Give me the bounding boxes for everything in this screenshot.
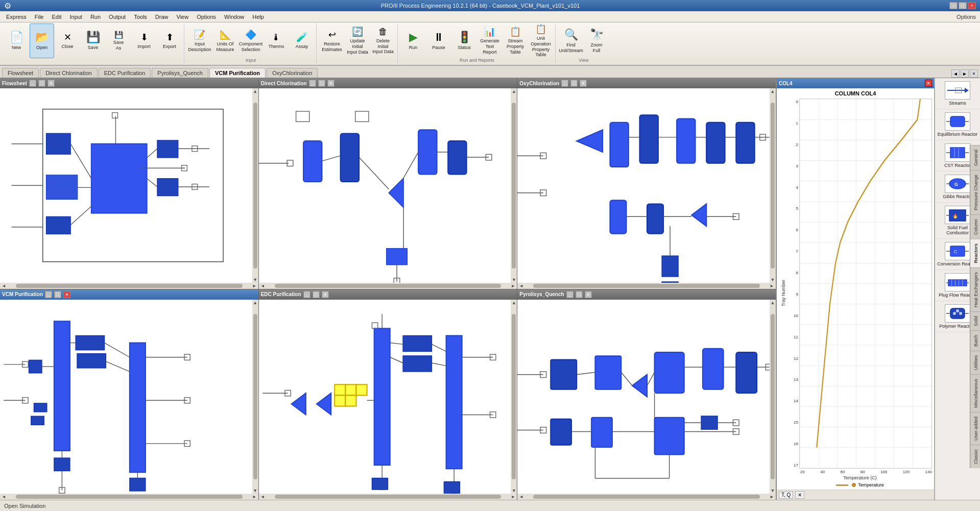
vtab-reactors[interactable]: Reactors (970, 239, 980, 267)
vtab-classic[interactable]: Classic (970, 445, 980, 468)
flowsheet-scrollbar-v[interactable]: ▲ ▼ (252, 88, 258, 283)
tab-oxy-chlorination[interactable]: OxyChlorination (267, 68, 318, 78)
menu-draw[interactable]: Draw (151, 13, 173, 21)
minimize-button[interactable]: − (949, 2, 958, 9)
unit-operation-button[interactable]: 📋 Unit OperationProperty Table (529, 23, 553, 58)
generate-report-button[interactable]: 📊 GenerateText Report (477, 23, 502, 58)
menu-output[interactable]: Output (105, 13, 130, 21)
si-streams[interactable]: Streams (935, 78, 980, 109)
delete-initial-button[interactable]: 🗑 Delete InitialInput Data (371, 23, 395, 58)
col4-toolbar-close[interactable]: ✕ (795, 491, 804, 499)
pause-button[interactable]: ⏸ Pause (426, 23, 451, 58)
vcm-minimize-btn[interactable]: _ (45, 291, 52, 298)
update-initial-button[interactable]: 🔄 Update InitialInput Data (345, 23, 370, 58)
edc-scrollbar-v[interactable]: ▲ ▼ (511, 300, 517, 494)
units-of-measure-button[interactable]: 📐 Units OfMeasure (213, 23, 237, 58)
menu-view[interactable]: View (173, 13, 193, 21)
vtab-heat-exchangers[interactable]: Heat Exchangers (970, 267, 980, 311)
svg-rect-78 (54, 321, 70, 451)
tab-nav-right[interactable]: ► (961, 69, 969, 78)
menu-help[interactable]: Help (248, 13, 268, 21)
oxy-restore-btn[interactable]: □ (570, 80, 578, 87)
dc-close-btn[interactable]: × (327, 80, 334, 87)
edc-restore-btn[interactable]: □ (313, 291, 320, 298)
vtab-utilities[interactable]: Utilities (970, 351, 980, 374)
flowsheet-restore-btn[interactable]: □ (38, 80, 45, 87)
scroll-down-arrow[interactable]: ▼ (251, 277, 258, 283)
tq-button[interactable]: T, Q (779, 491, 793, 499)
export-button[interactable]: ⬆ Export (157, 23, 182, 58)
maximize-button[interactable]: □ (959, 2, 967, 9)
assay-button[interactable]: 🧪 Assay (290, 23, 314, 58)
edc-close-btn[interactable]: × (322, 291, 329, 298)
menu-file[interactable]: File (31, 13, 48, 21)
pq-scrollbar-v[interactable]: ▲ ▼ (770, 300, 776, 494)
scroll-thumb-v[interactable] (253, 103, 257, 269)
vtab-pressure-change[interactable]: Pressure Change (970, 170, 980, 214)
run-button[interactable]: ▶ Run (401, 23, 425, 58)
vtab-miscellaneous[interactable]: Miscellaneous (970, 374, 980, 412)
tab-flowsheet[interactable]: Flowsheet (2, 68, 39, 78)
vtab-batch[interactable]: Batch (970, 330, 980, 351)
menu-window[interactable]: Window (220, 13, 248, 21)
oxy-close-btn[interactable]: × (580, 80, 587, 87)
dc-scrollbar-h[interactable]: ◄ ► (259, 283, 517, 289)
vtab-solid[interactable]: Solid (970, 311, 980, 330)
component-selection-button[interactable]: 🔷 ComponentSelection (238, 23, 263, 58)
vtab-user-added[interactable]: User-added (970, 412, 980, 445)
close-button[interactable]: × (968, 2, 976, 9)
oxy-minimize-btn[interactable]: _ (561, 80, 568, 87)
flowsheet-scrollbar-h[interactable]: ◄ ► (0, 283, 258, 289)
scroll-up-arrow[interactable]: ▲ (251, 88, 258, 94)
scroll-left-arrow[interactable]: ◄ (0, 283, 8, 289)
scroll-right-arrow[interactable]: ► (251, 283, 258, 289)
edc-scrollbar-h[interactable]: ◄ ► (259, 494, 517, 500)
menu-input[interactable]: Input (65, 13, 86, 21)
flowsheet-minimize-btn[interactable]: _ (29, 80, 36, 87)
pq-scrollbar-h[interactable]: ◄ ► (517, 494, 776, 500)
dc-restore-btn[interactable]: □ (318, 80, 325, 87)
menu-options[interactable]: Options (193, 13, 220, 21)
import-button[interactable]: ⬇ Import (132, 23, 156, 58)
menu-run[interactable]: Run (86, 13, 105, 21)
close-button-tb[interactable]: ✕ Close (55, 23, 80, 58)
new-button[interactable]: 📄 New (4, 23, 29, 58)
tab-vcm-purification[interactable]: VCM Purification (209, 68, 266, 78)
tab-pyrolisys-quench[interactable]: Pyrolisys_Quench (152, 68, 208, 78)
pq-restore-btn[interactable]: □ (576, 291, 583, 298)
open-button[interactable]: 📂 Open (30, 23, 54, 58)
restore-estimates-button[interactable]: ↩ RestoreEstimates (320, 23, 344, 58)
edc-minimize-btn[interactable]: _ (303, 291, 310, 298)
tab-direct-chlorination[interactable]: Direct Chlorination (40, 68, 97, 78)
pq-minimize-btn[interactable]: _ (566, 291, 573, 298)
zoom-full-button[interactable]: 🔭 ZoomFull (584, 23, 609, 58)
vcm-scrollbar-v[interactable]: ▲ ▼ (252, 300, 258, 494)
input-description-button[interactable]: 📝 InputDescription (187, 23, 212, 58)
save-as-button[interactable]: 💾 SaveAs (106, 23, 131, 58)
vcm-close-btn[interactable]: × (63, 291, 70, 298)
status-button[interactable]: 🚦 Status (452, 23, 476, 58)
dc-minimize-btn[interactable]: _ (309, 80, 316, 87)
tab-edc-purification[interactable]: EDC Purification (99, 68, 151, 78)
stream-property-button[interactable]: 📋 StreamProperty Table (503, 23, 528, 58)
menu-express[interactable]: Express (2, 13, 31, 21)
pq-close-btn[interactable]: × (585, 291, 592, 298)
si-eq-reactor[interactable]: Equilibrium Reactor (935, 109, 980, 140)
vcm-scrollbar-h[interactable]: ◄ ► (0, 494, 258, 500)
save-button[interactable]: 💾 Save (81, 23, 105, 58)
oxy-scrollbar-h[interactable]: ◄ ► (517, 283, 776, 289)
thermo-button[interactable]: 🌡 Thermo (264, 23, 289, 58)
col4-close-btn[interactable]: × (925, 80, 932, 87)
flowsheet-close-btn[interactable]: × (47, 80, 55, 87)
menu-edit[interactable]: Edit (47, 13, 65, 21)
scroll-thumb-h[interactable] (16, 284, 243, 288)
vtab-general[interactable]: General (970, 145, 980, 170)
tab-nav-left[interactable]: ◄ (951, 69, 960, 78)
dc-scrollbar-v[interactable]: ▲ ▼ (511, 88, 517, 283)
oxy-scrollbar-v[interactable]: ▲ ▼ (770, 88, 776, 283)
tab-nav-close[interactable]: × (970, 69, 978, 78)
find-unit-stream-button[interactable]: 🔍 FindUnit/Stream (559, 23, 583, 58)
vcm-restore-btn[interactable]: □ (54, 291, 61, 298)
vtab-column[interactable]: Column (970, 214, 980, 239)
menu-tools[interactable]: Tools (130, 13, 151, 21)
